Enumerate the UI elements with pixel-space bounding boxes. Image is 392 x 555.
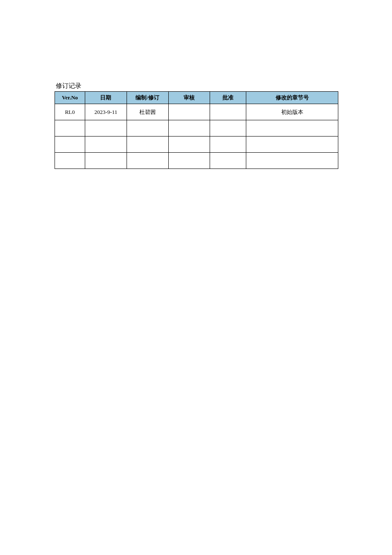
- cell-verno: RL0: [55, 104, 85, 120]
- table-row: [55, 137, 338, 153]
- cell-review: [168, 120, 210, 137]
- header-verno: Ver.No: [55, 92, 85, 104]
- cell-approve: [210, 153, 246, 169]
- cell-review: [168, 153, 210, 169]
- table-header-row: Ver.No 日期 编制/修订 审核 批准 修改的章节号: [55, 92, 338, 104]
- header-chapter: 修改的章节号: [246, 92, 338, 104]
- header-date: 日期: [85, 92, 127, 104]
- cell-author: [127, 137, 168, 153]
- cell-chapter: [246, 120, 338, 137]
- cell-chapter: 初始版本: [246, 104, 338, 120]
- cell-date: 2023-9-11: [85, 104, 127, 120]
- cell-verno: [55, 153, 85, 169]
- table-title: 修订记录: [56, 82, 338, 90]
- header-author: 编制/修订: [127, 92, 168, 104]
- cell-verno: [55, 120, 85, 137]
- table-row: [55, 153, 338, 169]
- cell-review: [168, 137, 210, 153]
- document-content: 修订记录 Ver.No 日期 编制/修订 审核 批准 修改的章节号 RL0 20…: [55, 82, 338, 169]
- cell-date: [85, 120, 127, 137]
- header-review: 审核: [168, 92, 210, 104]
- cell-date: [85, 153, 127, 169]
- cell-approve: [210, 137, 246, 153]
- cell-chapter: [246, 153, 338, 169]
- cell-approve: [210, 120, 246, 137]
- cell-date: [85, 137, 127, 153]
- header-approve: 批准: [210, 92, 246, 104]
- cell-author: [127, 153, 168, 169]
- cell-author: 杜碧茜: [127, 104, 168, 120]
- cell-approve: [210, 104, 246, 120]
- table-row: RL0 2023-9-11 杜碧茜 初始版本: [55, 104, 338, 120]
- cell-chapter: [246, 137, 338, 153]
- cell-verno: [55, 137, 85, 153]
- table-row: [55, 120, 338, 137]
- revision-table: Ver.No 日期 编制/修订 审核 批准 修改的章节号 RL0 2023-9-…: [55, 91, 338, 169]
- cell-author: [127, 120, 168, 137]
- cell-review: [168, 104, 210, 120]
